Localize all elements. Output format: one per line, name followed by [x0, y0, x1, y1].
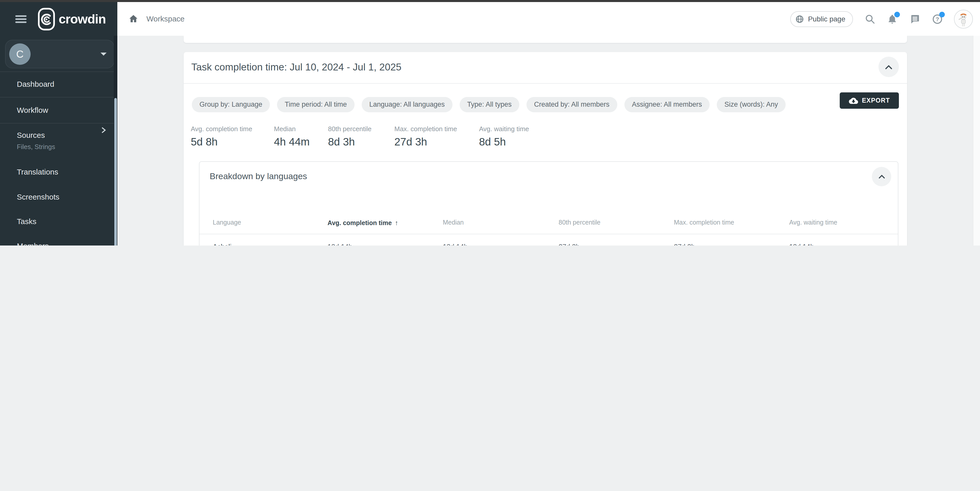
sort-ascending-icon: ↑ [395, 219, 398, 226]
top-bar-main: Workspace Public page [117, 2, 980, 36]
divider [0, 123, 117, 124]
filter-chip-size-words[interactable]: Size (words): Any [717, 97, 786, 112]
home-icon[interactable] [129, 14, 138, 26]
crowdin-logo[interactable]: crowdin [38, 8, 106, 30]
column-header-language[interactable]: Language [213, 219, 328, 226]
help-icon[interactable]: ? [932, 13, 943, 24]
sidebar-item-workflow[interactable]: Workflow [17, 104, 48, 116]
page-scrollbar-track [973, 36, 980, 246]
export-button[interactable]: EXPORT [840, 92, 899, 109]
column-header-avg-waiting-time[interactable]: Avg. waiting time [789, 219, 898, 226]
sidebar-item-screenshots[interactable]: Screenshots [17, 191, 59, 203]
top-bar-brand-area: crowdin [0, 2, 117, 36]
collapse-task-completion-button[interactable] [878, 57, 899, 77]
crowdin-workspace-page: crowdin Workspace Public page [0, 0, 980, 246]
hamburger-menu-icon[interactable] [15, 15, 27, 23]
svg-text:?: ? [935, 16, 939, 22]
sidebar-scrollbar-thumb[interactable] [114, 98, 117, 246]
cloud-export-icon [849, 97, 858, 104]
sidebar-item-translations[interactable]: Translations [17, 166, 58, 178]
sidebar-item-dashboard[interactable]: Dashboard [17, 78, 54, 90]
table-row-acholi: Acholi 13d 14h 13d 14h 27d 3h 27d 3h 13d… [199, 234, 898, 246]
stat-max-completion-time: Max. completion time 27d 3h [395, 125, 457, 148]
divider [0, 97, 117, 97]
task-completion-card: Task completion time: Jul 10, 2024 - Jul… [184, 52, 907, 246]
breadcrumb[interactable]: Workspace [146, 2, 185, 36]
column-header-avg-completion-time[interactable]: Avg. completion time↑ [328, 219, 443, 226]
filter-chip-assignee[interactable]: Assignee: All members [624, 97, 710, 112]
column-header-median[interactable]: Median [443, 219, 558, 226]
crowdin-logo-icon [38, 8, 55, 30]
chevron-up-icon [885, 65, 892, 69]
chevron-right-icon[interactable] [101, 127, 106, 136]
stat-80th-percentile: 80th percentile 8d 3h [328, 125, 372, 148]
divider [184, 83, 907, 84]
public-page-button[interactable]: Public page [790, 11, 853, 27]
main-content: Task completion time: Jul 10, 2024 - Jul… [117, 36, 980, 246]
search-icon[interactable] [864, 13, 875, 24]
task-completion-title: Task completion time: Jul 10, 2024 - Jul… [191, 60, 401, 73]
column-header-max-completion-time[interactable]: Max. completion time [674, 219, 789, 226]
sidebar-item-members[interactable]: Members [17, 240, 49, 246]
top-bar: crowdin Workspace Public page [0, 2, 980, 36]
notification-badge [894, 12, 900, 18]
top-bar-actions: Public page ? [790, 2, 973, 36]
stat-median: Median 4h 44m [274, 125, 310, 148]
organization-switcher[interactable]: C [5, 40, 114, 69]
breakdown-title: Breakdown by languages [210, 171, 307, 183]
collapse-breakdown-button[interactable] [872, 167, 891, 186]
chevron-up-icon [878, 175, 885, 179]
user-avatar[interactable] [954, 10, 973, 28]
organization-avatar: C [9, 43, 30, 65]
task-completion-filters: Group by: Language Time period: All time… [192, 97, 786, 112]
sidebar-item-sources[interactable]: Sources [17, 129, 45, 141]
filter-chip-created-by[interactable]: Created by: All members [527, 97, 617, 112]
filter-chip-group-by[interactable]: Group by: Language [192, 97, 270, 112]
export-label: EXPORT [862, 97, 890, 104]
help-badge [939, 12, 945, 18]
previous-card-fragment [184, 36, 907, 43]
messages-chat-icon[interactable] [909, 13, 920, 24]
stat-avg-completion-time: Avg. completion time 5d 8h [191, 125, 252, 148]
sidebar: C Dashboard Workflow Sources Files, Stri… [0, 36, 117, 246]
public-page-label: Public page [808, 15, 845, 23]
divider [0, 72, 117, 72]
window-top-strip [0, 0, 980, 2]
filter-chip-time-period[interactable]: Time period: All time [277, 97, 355, 112]
filter-chip-type[interactable]: Type: All types [460, 97, 519, 112]
globe-icon [795, 14, 804, 23]
stat-avg-waiting-time: Avg. waiting time 8d 5h [479, 125, 529, 148]
notifications-bell-icon[interactable] [887, 13, 898, 24]
caret-down-icon [100, 53, 107, 56]
sidebar-item-tasks[interactable]: Tasks [17, 215, 37, 228]
table-header-row: Language Avg. completion time↑ Median 80… [199, 211, 898, 234]
sources-sublabel: Files, Strings [17, 142, 55, 152]
breakdown-by-languages-card: Breakdown by languages Language Avg. com… [199, 161, 898, 246]
column-header-80th-percentile[interactable]: 80th percentile [558, 219, 674, 226]
filter-chip-language[interactable]: Language: All languages [362, 97, 452, 112]
brand-name: crowdin [59, 12, 106, 27]
